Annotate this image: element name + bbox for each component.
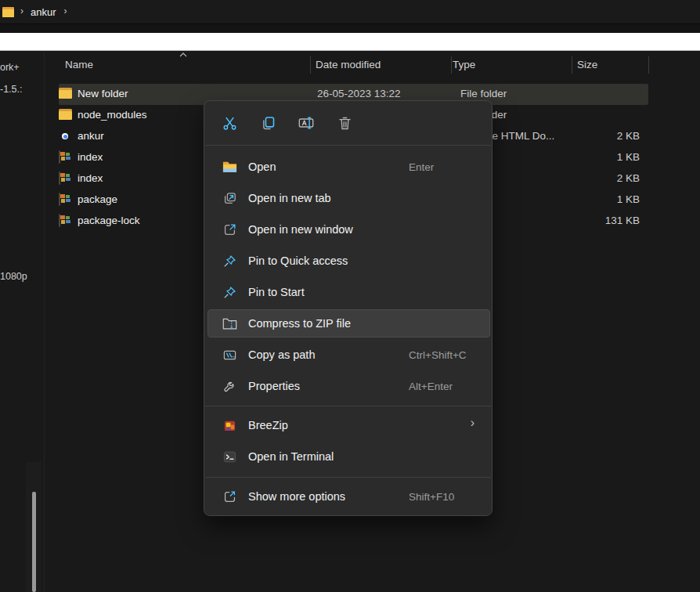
column-divider[interactable] bbox=[572, 56, 572, 74]
menu-item-breezip[interactable]: BreeZip › bbox=[207, 411, 490, 439]
menu-item-label: Open in Terminal bbox=[248, 450, 334, 463]
column-divider[interactable] bbox=[648, 56, 649, 74]
pin-icon bbox=[222, 254, 237, 269]
column-header-type[interactable]: Type bbox=[453, 59, 475, 70]
open-new-window-icon bbox=[222, 222, 237, 237]
breezip-icon bbox=[222, 418, 237, 433]
cut-icon[interactable] bbox=[220, 114, 239, 132]
menu-item-label: Properties bbox=[248, 380, 300, 392]
menu-shortcut: Ctrl+Shift+C bbox=[409, 349, 467, 361]
copy-path-icon bbox=[222, 348, 237, 363]
file-explorer-window: › ankur › ork+ -1.5.: 1080p Name Date mo… bbox=[0, 0, 700, 592]
scrollbar-thumb[interactable] bbox=[32, 492, 36, 592]
submenu-chevron-icon: › bbox=[471, 416, 474, 430]
column-header-date-modified[interactable]: Date modified bbox=[316, 59, 381, 70]
sidebar-text-fragment: -1.5.: bbox=[0, 84, 23, 95]
menu-item-label: Compress to ZIP file bbox=[248, 317, 351, 330]
menu-item-label: Open in new tab bbox=[248, 192, 331, 204]
menu-item-properties[interactable]: Properties Alt+Enter bbox=[207, 372, 490, 400]
menu-shortcut: Shift+F10 bbox=[409, 491, 454, 503]
context-menu: Open Enter Open in new tab Open in new w… bbox=[204, 100, 493, 516]
menu-item-open-in-terminal[interactable]: Open in Terminal bbox=[207, 442, 490, 471]
copy-icon[interactable] bbox=[258, 114, 277, 132]
menu-item-pin-to-quick-access[interactable]: Pin to Quick access bbox=[207, 247, 490, 275]
menu-separator bbox=[205, 145, 491, 146]
address-bar: › ankur › bbox=[0, 0, 700, 23]
file-size: 1 KB bbox=[546, 193, 640, 205]
file-name: node_modules bbox=[78, 109, 147, 121]
folder-icon bbox=[2, 7, 14, 17]
file-name: index bbox=[78, 151, 103, 163]
open-new-tab-icon bbox=[222, 191, 237, 206]
chevron-right-icon: › bbox=[64, 5, 67, 16]
menu-shortcut: Alt+Enter bbox=[409, 381, 453, 392]
menu-item-open[interactable]: Open Enter bbox=[207, 153, 490, 181]
media-file-icon bbox=[59, 193, 72, 206]
show-more-options-icon bbox=[222, 489, 237, 504]
navigation-pane: ork+ -1.5.: 1080p bbox=[0, 52, 45, 592]
menu-item-open-in-new-tab[interactable]: Open in new tab bbox=[207, 184, 490, 212]
white-band bbox=[0, 33, 700, 51]
column-divider[interactable] bbox=[451, 56, 452, 74]
context-menu-toolbar bbox=[204, 101, 492, 145]
menu-item-label: BreeZip bbox=[248, 419, 288, 431]
menu-separator bbox=[205, 477, 491, 478]
menu-item-label: Pin to Quick access bbox=[248, 254, 348, 267]
media-file-icon bbox=[59, 151, 72, 164]
menu-item-compress-to-zip[interactable]: Compress to ZIP file bbox=[207, 309, 490, 338]
file-name: index bbox=[78, 172, 103, 184]
file-name: New folder bbox=[78, 88, 128, 99]
column-divider[interactable] bbox=[310, 56, 311, 74]
menu-item-label: Copy as path bbox=[248, 348, 315, 361]
sidebar-text-fragment: 1080p bbox=[0, 271, 27, 282]
delete-icon[interactable] bbox=[335, 114, 354, 132]
menu-shortcut: Enter bbox=[409, 161, 434, 173]
file-size: 131 KB bbox=[546, 215, 640, 226]
menu-item-label: Pin to Start bbox=[248, 286, 305, 298]
file-name: ankur bbox=[78, 130, 104, 142]
file-size: 2 KB bbox=[546, 130, 640, 142]
menu-item-label: Open in new window bbox=[248, 223, 353, 236]
file-name: package bbox=[78, 193, 117, 205]
column-header-size[interactable]: Size bbox=[577, 59, 597, 70]
wrench-icon bbox=[222, 379, 237, 394]
open-folder-icon bbox=[222, 160, 237, 175]
menu-item-copy-as-path[interactable]: Copy as path Ctrl+Shift+C bbox=[207, 341, 490, 369]
menu-separator bbox=[205, 406, 491, 406]
toolbar-strip bbox=[0, 23, 700, 33]
column-header-row: Name Date modified Type Size bbox=[45, 52, 700, 80]
file-type: File folder bbox=[460, 88, 507, 99]
breadcrumb-item-ankur[interactable]: ankur bbox=[31, 6, 56, 18]
column-header-name[interactable]: Name bbox=[65, 59, 93, 70]
sidebar-text-fragment: ork+ bbox=[0, 62, 20, 73]
menu-item-label: Open bbox=[248, 161, 276, 173]
media-file-icon bbox=[59, 172, 72, 185]
pin-icon bbox=[222, 285, 237, 300]
menu-item-label: Show more options bbox=[248, 490, 345, 503]
chrome-icon bbox=[59, 130, 72, 143]
media-file-icon bbox=[59, 215, 72, 227]
terminal-icon bbox=[222, 449, 237, 464]
file-size: 2 KB bbox=[546, 172, 640, 184]
rename-icon[interactable] bbox=[297, 114, 316, 132]
file-size: 1 KB bbox=[546, 151, 640, 163]
sort-ascending-icon bbox=[179, 52, 188, 58]
zip-folder-icon bbox=[222, 316, 237, 331]
menu-item-open-in-new-window[interactable]: Open in new window bbox=[207, 215, 490, 244]
folder-icon bbox=[59, 88, 72, 100]
chevron-right-icon: › bbox=[20, 5, 23, 16]
menu-item-show-more-options[interactable]: Show more options Shift+F10 bbox=[207, 482, 490, 511]
folder-icon bbox=[59, 109, 72, 121]
menu-item-pin-to-start[interactable]: Pin to Start bbox=[207, 278, 490, 306]
file-date: 26-05-2023 13:22 bbox=[317, 88, 401, 99]
file-name: package-lock bbox=[78, 215, 140, 226]
